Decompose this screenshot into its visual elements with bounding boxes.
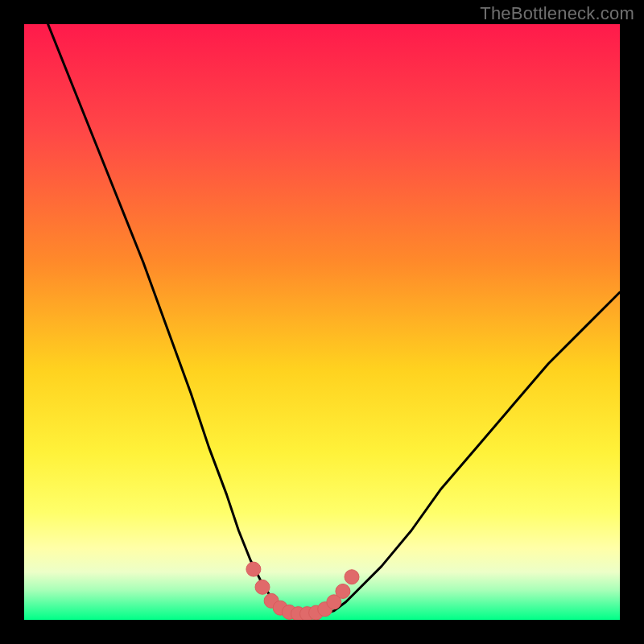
gradient-background <box>24 24 620 620</box>
plot-area <box>24 24 620 620</box>
plot-svg <box>24 24 620 620</box>
chart-frame: TheBottleneck.com <box>0 0 644 644</box>
minimum-marker <box>246 562 261 576</box>
minimum-marker <box>336 584 350 598</box>
watermark-text: TheBottleneck.com <box>480 3 634 24</box>
minimum-marker <box>255 580 270 594</box>
minimum-marker <box>345 570 359 584</box>
